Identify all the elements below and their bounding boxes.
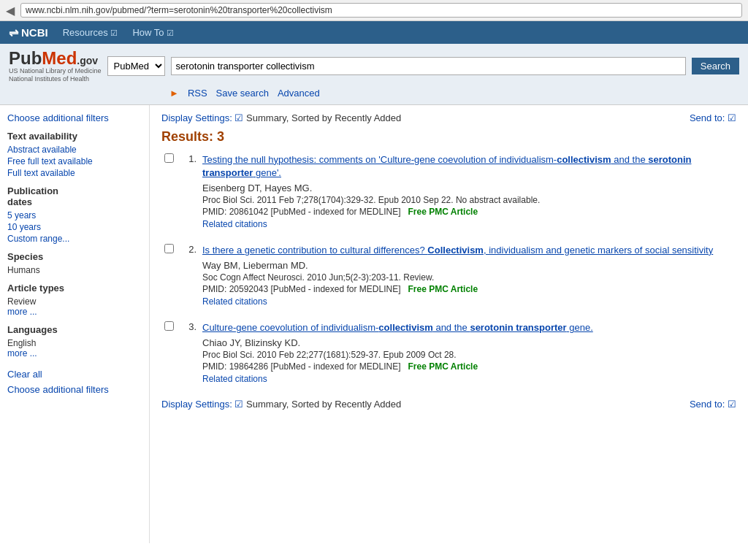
howto-check-icon: ☑ <box>167 28 174 37</box>
article-3-checkbox[interactable] <box>164 321 174 331</box>
article-2-related-citations[interactable]: Related citations <box>202 296 267 307</box>
article-2-pmid: PMID: 20592043 [PubMed - indexed for MED… <box>202 284 736 294</box>
species-title: Species <box>7 251 142 262</box>
article-item-1: 1. Testing the null hypothesis: comments… <box>161 153 736 229</box>
logo-med: Med <box>42 48 77 68</box>
logo-subtitle: US National Library of Medicine National… <box>9 67 102 83</box>
article-3-related-citations[interactable]: Related citations <box>202 374 267 384</box>
choose-filters-bottom-link[interactable]: Choose additional filters <box>7 384 142 395</box>
article-3-title: Culture-gene coevolution of individualis… <box>202 321 736 334</box>
display-settings-bottom-text: Summary, Sorted by Recently Added <box>246 399 401 410</box>
more-article-types-link[interactable]: more ... <box>7 307 142 317</box>
display-bar-top: Display Settings: ☑ Summary, Sorted by R… <box>161 112 736 123</box>
ncbi-text: NCBI <box>21 26 48 39</box>
display-settings-icon: ☑ <box>234 112 243 123</box>
display-settings-text: Summary, Sorted by Recently Added <box>246 112 401 123</box>
howto-nav-link[interactable]: How To ☑ <box>132 27 174 38</box>
clear-all-link[interactable]: Clear all <box>7 369 142 380</box>
article-3-free-pmc: Free PMC Article <box>408 361 478 372</box>
howto-label: How To <box>132 27 164 38</box>
more-languages-link[interactable]: more ... <box>7 348 142 358</box>
article-2-title: Is there a genetic contribution to cultu… <box>202 244 736 257</box>
article-1-number: 1. <box>182 153 196 229</box>
free-full-text-link[interactable]: Free full text available <box>7 156 142 166</box>
send-to-bottom-link[interactable]: Send to: ☑ <box>690 399 736 410</box>
article-1-pmid: PMID: 20861042 [PubMed - indexed for MED… <box>202 207 736 217</box>
main-layout: Choose additional filters Text availabil… <box>0 105 748 543</box>
article-3-checkbox-col <box>161 321 176 384</box>
display-settings-bottom-label: Display Settings: <box>161 399 232 410</box>
display-settings-top-link[interactable]: Display Settings: ☑ <box>161 112 246 123</box>
pubmed-logo: PubMed.gov US National Library of Medici… <box>9 50 102 83</box>
browser-url-bar[interactable]: www.ncbi.nlm.nih.gov/pubmed/?term=seroto… <box>20 3 742 18</box>
article-1-journal: Proc Biol Sci. 2011 Feb 7;278(1704):329-… <box>202 195 736 205</box>
header: PubMed.gov US National Library of Medici… <box>0 44 748 105</box>
article-2-free-pmc: Free PMC Article <box>408 284 478 294</box>
article-2-authors: Way BM, Lieberman MD. <box>202 260 736 271</box>
header-links: ► RSS Save search Advanced <box>9 88 739 99</box>
article-2-checkbox[interactable] <box>164 244 174 253</box>
article-3-authors: Chiao JY, Blizinsky KD. <box>202 337 736 348</box>
text-availability-title: Text availability <box>7 131 142 142</box>
custom-range-link[interactable]: Custom range... <box>7 234 142 244</box>
resources-label: Resources <box>63 27 108 38</box>
article-item-2: 2. Is there a genetic contribution to cu… <box>161 244 736 307</box>
ten-years-link[interactable]: 10 years <box>7 222 142 232</box>
ncbi-arrow-icon: ⇌ <box>9 26 18 39</box>
article-3-number: 3. <box>182 321 196 384</box>
article-1-authors: Eisenberg DT, Hayes MG. <box>202 183 736 193</box>
display-settings-bottom-link[interactable]: Display Settings: ☑ <box>161 399 246 410</box>
article-3-journal: Proc Biol Sci. 2010 Feb 22;277(1681):529… <box>202 350 736 360</box>
sidebar: Choose additional filters Text availabil… <box>0 105 150 543</box>
logo-pub: Pub <box>9 48 42 68</box>
article-1-content: Testing the null hypothesis: comments on… <box>202 153 736 229</box>
send-to-icon: ☑ <box>728 112 736 123</box>
languages-title: Languages <box>7 324 142 335</box>
advanced-link[interactable]: Advanced <box>278 88 320 99</box>
send-to-label: Send to: <box>690 112 725 123</box>
search-button[interactable]: Search <box>692 58 739 74</box>
display-bar-bottom: Display Settings: ☑ Summary, Sorted by R… <box>161 399 736 410</box>
five-years-link[interactable]: 5 years <box>7 210 142 220</box>
article-1-title: Testing the null hypothesis: comments on… <box>202 153 736 180</box>
article-3-title-link[interactable]: Culture-gene coevolution of individualis… <box>202 322 593 333</box>
article-types-title: Article types <box>7 283 142 294</box>
results-area: Display Settings: ☑ Summary, Sorted by R… <box>150 105 748 543</box>
article-2-checkbox-col <box>161 244 176 307</box>
send-to-bottom-icon: ☑ <box>728 399 736 410</box>
full-text-link[interactable]: Full text available <box>7 168 142 178</box>
publication-dates-title: Publicationdates <box>7 185 142 207</box>
rss-link[interactable]: RSS <box>188 88 207 99</box>
database-select[interactable]: PubMed <box>107 56 165 76</box>
ncbi-logo: ⇌ NCBI <box>9 26 48 39</box>
rss-icon: ► <box>169 88 179 99</box>
article-1-checkbox-col <box>161 153 176 229</box>
save-search-link[interactable]: Save search <box>216 88 269 99</box>
search-input[interactable] <box>171 57 686 75</box>
article-1-title-link[interactable]: Testing the null hypothesis: comments on… <box>202 154 691 178</box>
resources-check-icon: ☑ <box>110 28 118 37</box>
humans-item: Humans <box>7 265 40 275</box>
display-settings-label: Display Settings: <box>161 112 232 123</box>
choose-filters-top-link[interactable]: Choose additional filters <box>7 112 142 123</box>
abstract-available-link[interactable]: Abstract available <box>7 145 142 155</box>
article-3-content: Culture-gene coevolution of individualis… <box>202 321 736 384</box>
send-to-top-link[interactable]: Send to: ☑ <box>690 112 736 123</box>
article-3-pmid: PMID: 19864286 [PubMed - indexed for MED… <box>202 361 736 372</box>
article-item-3: 3. Culture-gene coevolution of individua… <box>161 321 736 384</box>
article-1-related-citations[interactable]: Related citations <box>202 219 267 229</box>
browser-bar: ◀ www.ncbi.nlm.nih.gov/pubmed/?term=sero… <box>0 0 748 21</box>
logo-gov: .gov <box>77 55 98 66</box>
display-settings-bottom-icon: ☑ <box>234 399 243 410</box>
top-nav: ⇌ NCBI Resources ☑ How To ☑ <box>0 21 748 44</box>
results-heading: Results: 3 <box>161 129 736 145</box>
english-item: English <box>7 338 36 348</box>
article-1-checkbox[interactable] <box>164 153 174 163</box>
article-1-free-pmc: Free PMC Article <box>408 207 478 217</box>
article-2-title-link[interactable]: Is there a genetic contribution to cultu… <box>202 245 713 256</box>
resources-nav-link[interactable]: Resources ☑ <box>63 27 118 38</box>
article-2-journal: Soc Cogn Affect Neurosci. 2010 Jun;5(2-3… <box>202 272 736 283</box>
search-bar: PubMed.gov US National Library of Medici… <box>9 50 739 83</box>
send-to-bottom-label: Send to: <box>690 399 725 410</box>
browser-back-button[interactable]: ◀ <box>6 4 15 18</box>
